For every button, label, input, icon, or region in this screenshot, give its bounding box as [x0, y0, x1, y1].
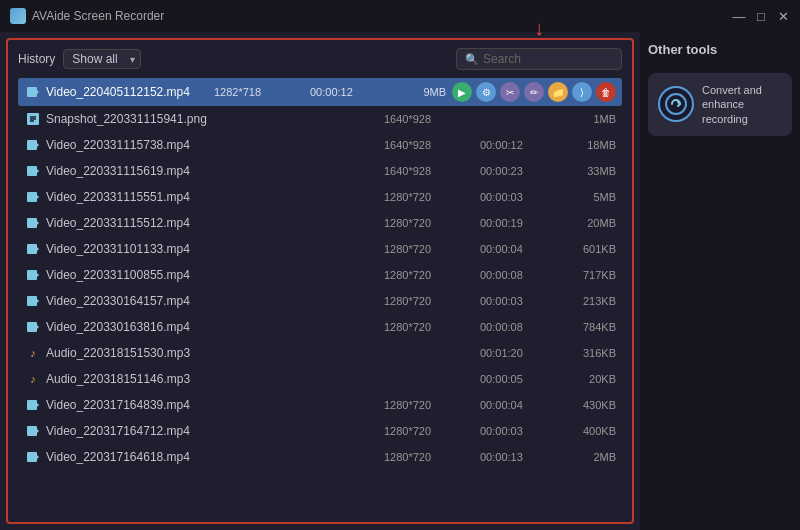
svg-marker-17: [37, 273, 39, 277]
title-bar-left: AVAide Screen Recorder: [10, 8, 164, 24]
share-button[interactable]: ⟩: [572, 82, 592, 102]
pencil-button[interactable]: ✏: [524, 82, 544, 102]
file-row[interactable]: ♪Audio_220318151146.mp300:00:0520KB: [18, 366, 622, 392]
main-layout: History Show all ↓ 🔍 Video_220405112152.…: [0, 32, 800, 530]
file-meta: 1280*72000:00:04601KB: [384, 243, 616, 255]
file-name: Video_220317164712.mp4: [46, 424, 384, 438]
file-meta: 1280*72000:00:035MB: [384, 191, 616, 203]
delete-button[interactable]: 🗑: [596, 82, 616, 102]
file-name: Video_220331115738.mp4: [46, 138, 384, 152]
title-bar: AVAide Screen Recorder — □ ✕: [0, 0, 800, 32]
svg-marker-11: [37, 195, 39, 199]
file-name: Audio_220318151530.mp3: [46, 346, 384, 360]
file-row[interactable]: Video_220317164839.mp41280*72000:00:0443…: [18, 392, 622, 418]
file-meta: 1280*72000:00:08717KB: [384, 269, 616, 281]
other-tools-title: Other tools: [648, 42, 792, 57]
title-bar-controls: — □ ✕: [732, 9, 790, 23]
video-file-icon: [24, 398, 42, 412]
file-row[interactable]: Video_220330164157.mp41280*72000:00:0321…: [18, 288, 622, 314]
file-size: 33MB: [561, 165, 616, 177]
file-name: Video_220330164157.mp4: [46, 294, 384, 308]
search-box[interactable]: 🔍: [456, 48, 622, 70]
video-file-icon: [24, 424, 42, 438]
file-row[interactable]: ♪Audio_220318151530.mp300:01:20316KB: [18, 340, 622, 366]
file-duration: 00:00:08: [480, 269, 545, 281]
file-meta: 1640*92800:00:2333MB: [384, 165, 616, 177]
folder-button[interactable]: 📁: [548, 82, 568, 102]
file-meta: 1280*72000:00:03400KB: [384, 425, 616, 437]
tool-card-convert[interactable]: Convert andenhance recording: [648, 73, 792, 136]
file-size: 213KB: [561, 295, 616, 307]
file-resolution: 1280*720: [384, 217, 464, 229]
svg-marker-9: [37, 169, 39, 173]
svg-marker-25: [37, 429, 39, 433]
file-row[interactable]: Video_220331115619.mp41640*92800:00:2333…: [18, 158, 622, 184]
file-resolution: 1640*928: [384, 113, 464, 125]
file-duration: 00:00:03: [480, 191, 545, 203]
svg-marker-7: [37, 143, 39, 147]
svg-rect-16: [27, 270, 37, 280]
file-name: Audio_220318151146.mp3: [46, 372, 384, 386]
file-row[interactable]: Video_220405112152.mp41282*71800:00:129M…: [18, 78, 622, 106]
right-panel: Other tools Convert andenhance recording: [640, 32, 800, 530]
center-panel: History Show all ↓ 🔍 Video_220405112152.…: [6, 38, 634, 524]
history-label: History: [18, 52, 55, 66]
file-row[interactable]: Snapshot_220331115941.png1640*9281MB: [18, 106, 622, 132]
file-meta: 00:00:0520KB: [384, 373, 616, 385]
file-duration: 00:00:04: [480, 399, 545, 411]
file-row[interactable]: Video_220331115738.mp41640*92800:00:1218…: [18, 132, 622, 158]
arrow-search-wrapper: ↓ 🔍: [456, 48, 622, 70]
file-meta: 1282*71800:00:129MB: [214, 86, 446, 98]
edit-button[interactable]: ✂: [500, 82, 520, 102]
file-size: 5MB: [561, 191, 616, 203]
file-duration: 00:00:23: [480, 165, 545, 177]
file-meta: 1280*72000:00:132MB: [384, 451, 616, 463]
history-select-wrapper[interactable]: Show all: [63, 49, 141, 69]
file-name: Video_220331115619.mp4: [46, 164, 384, 178]
row-actions: ▶⚙✂✏📁⟩🗑: [452, 82, 616, 102]
file-meta: 1640*92800:00:1218MB: [384, 139, 616, 151]
svg-marker-21: [37, 325, 39, 329]
video-file-icon: [24, 190, 42, 204]
svg-marker-15: [37, 247, 39, 251]
file-name: Snapshot_220331115941.png: [46, 112, 384, 126]
file-row[interactable]: Video_220330163816.mp41280*72000:00:0878…: [18, 314, 622, 340]
video-file-icon: [24, 294, 42, 308]
file-duration: 00:00:05: [480, 373, 545, 385]
video-file-icon: [24, 138, 42, 152]
history-select[interactable]: Show all: [63, 49, 141, 69]
image-file-icon: [24, 112, 42, 126]
file-resolution: 1280*720: [384, 243, 464, 255]
file-row[interactable]: Video_220317164712.mp41280*72000:00:0340…: [18, 418, 622, 444]
file-row[interactable]: Video_220331115512.mp41280*72000:00:1920…: [18, 210, 622, 236]
app-title: AVAide Screen Recorder: [32, 9, 164, 23]
file-size: 2MB: [561, 451, 616, 463]
convert-icon: [664, 92, 688, 116]
file-row[interactable]: Video_220331101133.mp41280*72000:00:0460…: [18, 236, 622, 262]
svg-marker-23: [37, 403, 39, 407]
play-button[interactable]: ▶: [452, 82, 472, 102]
file-size: 601KB: [561, 243, 616, 255]
file-name: Video_220331101133.mp4: [46, 242, 384, 256]
file-size: 717KB: [561, 269, 616, 281]
file-resolution: 1280*720: [384, 321, 464, 333]
toolbar-row: History Show all ↓ 🔍: [18, 48, 622, 70]
file-resolution: 1280*720: [384, 295, 464, 307]
video-file-icon: [24, 242, 42, 256]
search-input[interactable]: [483, 52, 613, 66]
maximize-button[interactable]: □: [754, 9, 768, 23]
svg-rect-24: [27, 426, 37, 436]
file-row[interactable]: Video_220331100855.mp41280*72000:00:0871…: [18, 262, 622, 288]
close-button[interactable]: ✕: [776, 9, 790, 23]
video-file-icon: [24, 450, 42, 464]
file-resolution: [384, 373, 464, 385]
minimize-button[interactable]: —: [732, 9, 746, 23]
video-file-icon: [24, 268, 42, 282]
file-name: Video_220331115512.mp4: [46, 216, 384, 230]
file-row[interactable]: Video_220317164618.mp41280*72000:00:132M…: [18, 444, 622, 470]
svg-rect-12: [27, 218, 37, 228]
file-row[interactable]: Video_220331115551.mp41280*72000:00:035M…: [18, 184, 622, 210]
tools-button[interactable]: ⚙: [476, 82, 496, 102]
video-file-icon: [24, 216, 42, 230]
file-list: Video_220405112152.mp41282*71800:00:129M…: [18, 78, 622, 514]
